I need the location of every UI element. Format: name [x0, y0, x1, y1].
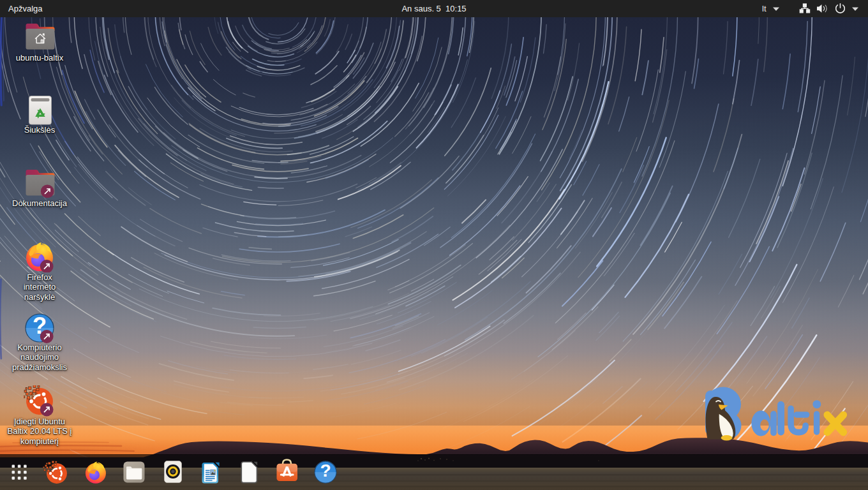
svg-text:lt: lt: [762, 4, 767, 13]
svg-text:?: ?: [320, 460, 331, 480]
